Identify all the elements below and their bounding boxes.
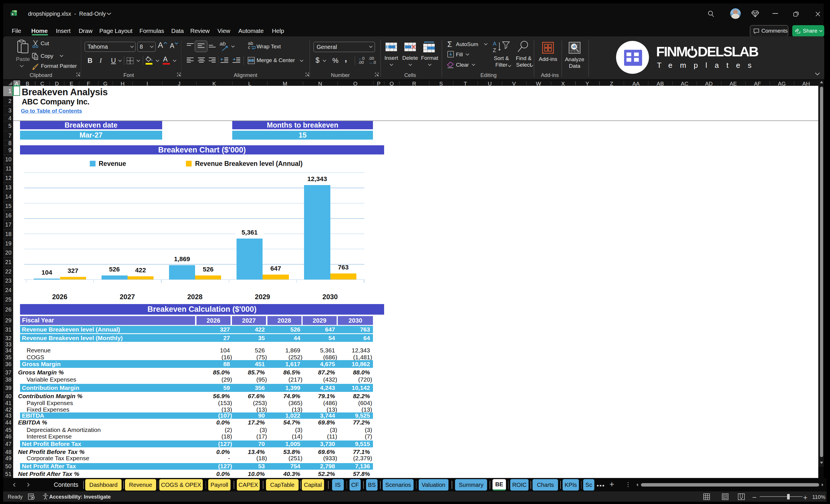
- svg-text:x: x: [11, 12, 14, 16]
